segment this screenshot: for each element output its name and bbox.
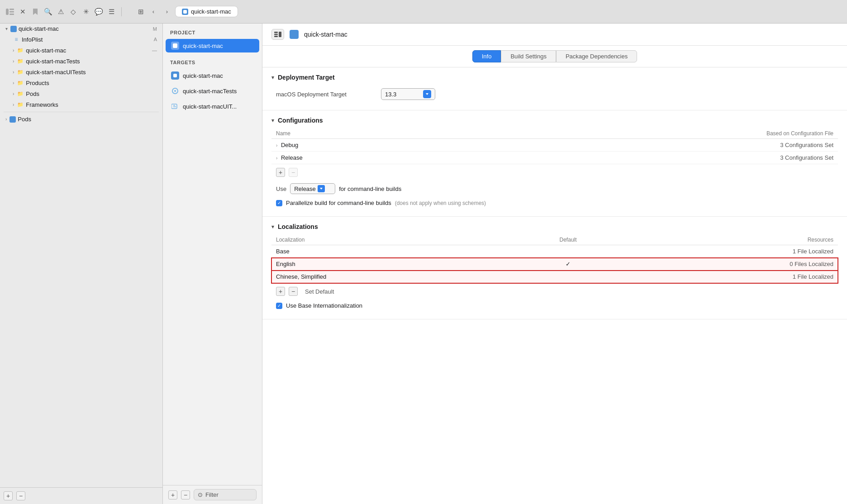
list-icon[interactable]: ☰: [107, 7, 116, 16]
sidebar-root-item[interactable]: ▾ quick-start-mac M: [2, 24, 161, 33]
loc-remove-button[interactable]: −: [289, 287, 298, 296]
localizations-section: ▾ Localizations Localization Default Res…: [262, 217, 847, 319]
target-main-label: quick-start-mac: [183, 72, 223, 79]
config-row-debug[interactable]: › Debug 3 Configurations Set: [271, 139, 838, 152]
parallelize-checkbox[interactable]: ✓: [276, 200, 282, 206]
parallelize-hint: (does not apply when using schemes): [395, 200, 486, 206]
qsm-label: quick-start-mac: [26, 47, 150, 54]
asterisk-icon[interactable]: ✳: [81, 7, 90, 16]
config-row-release[interactable]: › Release 3 Configurations Set: [271, 152, 838, 164]
sidebar-item-uitests[interactable]: › 📁 quick-start-macUITests: [2, 67, 161, 77]
use-dropdown[interactable]: Release: [290, 183, 335, 194]
targets-section-header: TARGETS: [163, 53, 262, 68]
root-label: quick-start-mac: [19, 25, 151, 32]
tab-build-settings[interactable]: Build Settings: [501, 50, 556, 62]
svg-rect-9: [171, 104, 177, 109]
sidebar-item-qsm[interactable]: › 📁 quick-start-mac —: [2, 45, 161, 55]
svg-rect-3: [10, 14, 14, 15]
content-title: quick-start-mac: [304, 31, 347, 38]
sidebar-item-pods-app[interactable]: › Pods: [2, 114, 161, 124]
sidebar-item-infoplist[interactable]: ≡ InfoPlist A: [2, 34, 161, 44]
filter-button[interactable]: ⊙ Filter: [194, 489, 257, 500]
sidebar-toggle-icon[interactable]: [5, 7, 14, 16]
target-item-tests[interactable]: quick-start-macTests: [166, 84, 259, 98]
tab-package-deps[interactable]: Package Dependencies: [556, 50, 637, 62]
sidebar-item-frameworks[interactable]: › 📁 Frameworks: [2, 100, 161, 109]
loc-row-base[interactable]: Base 1 File Localized: [271, 245, 838, 258]
configurations-section-header: ▾ Configurations: [271, 110, 838, 128]
back-button[interactable]: ‹: [148, 6, 159, 17]
deployment-section: ▾ Deployment Target macOS Deployment Tar…: [262, 67, 847, 110]
filter-label: Filter: [205, 491, 219, 498]
folder-icon-qsm: 📁: [17, 47, 24, 54]
sidebar-item-pods[interactable]: › 📁 Pods: [2, 89, 161, 99]
col-localization-header: Localization: [271, 235, 514, 245]
set-default-button[interactable]: Set Default: [301, 287, 338, 296]
svg-rect-6: [173, 74, 177, 77]
filter-icon: ⊙: [198, 491, 203, 498]
close-icon[interactable]: ✕: [18, 7, 27, 16]
sidebar-remove-button[interactable]: −: [16, 491, 25, 500]
diamond-icon[interactable]: ◇: [69, 7, 78, 16]
svg-rect-12: [279, 32, 281, 37]
folder-icon-pods: 📁: [17, 90, 24, 97]
project-item-selected[interactable]: quick-start-mac: [166, 39, 259, 52]
loc-row-english[interactable]: English ✓ 0 Files Localized: [271, 258, 838, 271]
base-internationalization-row: ✓ Use Base Internationalization: [271, 300, 838, 312]
col-name-header: Name: [271, 128, 452, 139]
svg-rect-5: [173, 43, 177, 48]
tests-chevron-icon: ›: [13, 59, 14, 64]
configurations-chevron-icon: ▾: [271, 118, 274, 124]
root-app-icon: [10, 26, 17, 32]
panel-remove-button[interactable]: −: [181, 490, 190, 499]
file-icon: ≡: [13, 36, 20, 43]
tab-info[interactable]: Info: [472, 50, 501, 62]
products-label: Products: [26, 80, 157, 86]
svg-rect-13: [274, 32, 278, 33]
col-resources-header: Resources: [622, 235, 838, 245]
search-icon[interactable]: 🔍: [43, 7, 52, 16]
loc-add-button[interactable]: +: [276, 287, 285, 296]
config-debug-based-on: 3 Configurations Set: [452, 139, 838, 152]
sidebar: ▾ quick-start-mac M ≡ InfoPlist A › 📁 qu…: [0, 24, 163, 504]
loc-row-chinese[interactable]: Chinese, Simplified 1 File Localized: [271, 271, 838, 283]
folder-icon-tests: 📁: [17, 57, 24, 65]
localizations-chevron-icon: ▾: [271, 224, 274, 230]
bookmark-icon[interactable]: [31, 7, 40, 16]
sidebar-item-tests[interactable]: › 📁 quick-start-macTests: [2, 56, 161, 66]
parallelize-row: ✓ Parallelize build for command-line bui…: [271, 197, 838, 209]
comment-icon[interactable]: 💬: [94, 7, 103, 16]
panel-add-button[interactable]: +: [168, 490, 177, 499]
config-add-button[interactable]: +: [276, 168, 285, 177]
localizations-table: Localization Default Resources Base 1 Fi…: [271, 235, 838, 283]
deployment-dropdown[interactable]: 13.3: [381, 88, 435, 100]
warning-icon[interactable]: ⚠: [56, 7, 65, 16]
tests-label: quick-start-macTests: [26, 58, 157, 65]
release-chevron-icon: ›: [276, 156, 277, 161]
target-main-icon: [171, 71, 179, 80]
sidebar-add-button[interactable]: +: [4, 491, 13, 500]
sidebar-divider: [4, 112, 159, 112]
pods-app-icon: [10, 116, 16, 123]
grid-icon[interactable]: ⊞: [136, 7, 145, 16]
base-int-label: Use Base Internationalization: [286, 302, 362, 309]
localizations-title: Localizations: [278, 223, 318, 230]
pods-app-label: Pods: [18, 116, 157, 123]
target-uitests-icon: [171, 102, 179, 110]
project-name-label: quick-start-mac: [183, 43, 223, 49]
loc-base-resources: 1 File Localized: [622, 245, 838, 258]
target-item-main[interactable]: quick-start-mac: [166, 69, 259, 82]
root-chevron-icon: ▾: [5, 26, 8, 31]
active-tab-pill[interactable]: quick-start-mac: [175, 6, 238, 17]
target-item-uitests[interactable]: quick-start-macUIT...: [166, 100, 259, 113]
config-action-row: + −: [271, 164, 838, 181]
loc-chinese-name: Chinese, Simplified: [271, 271, 514, 283]
base-int-checkbox[interactable]: ✓: [276, 303, 282, 309]
uitests-label: quick-start-macUITests: [26, 69, 157, 76]
inspector-toggle-button[interactable]: [271, 29, 284, 40]
folder-icon-products: 📁: [17, 79, 24, 86]
forward-button[interactable]: ›: [162, 6, 172, 17]
config-remove-button[interactable]: −: [289, 168, 298, 177]
sidebar-item-products[interactable]: › 📁 Products: [2, 78, 161, 88]
loc-base-name: Base: [271, 245, 514, 258]
